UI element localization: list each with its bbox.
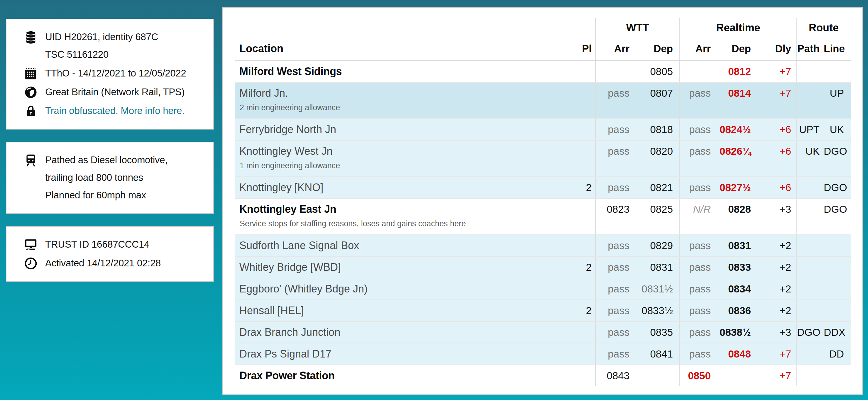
cell-line: DGO: [824, 199, 850, 234]
cell-line: UP: [824, 82, 850, 119]
location-name: Knottingley [KNO]: [239, 177, 569, 198]
table-row: Drax Power Station 0843 0850 +7: [235, 365, 851, 386]
cell-platform: [569, 322, 595, 343]
cell-rt-dep: 0826¼: [718, 141, 757, 176]
cell-wtt-dep: 0831: [637, 257, 679, 278]
cell-rt-dep: 0828: [718, 199, 757, 234]
table-row: Ferrybridge North Jn pass 0818 pass 0824…: [235, 119, 851, 141]
cell-path: [797, 199, 824, 234]
cell-delay: +2: [757, 235, 797, 256]
cell-platform: [569, 119, 595, 140]
cell-platform: [569, 343, 595, 365]
sidebar: UID H20261, identity 687C TSC 51161220: [0, 0, 222, 400]
tsc-text: TSC 51161220: [45, 46, 158, 63]
planned-speed-text: Planned for 60mph max: [45, 187, 167, 204]
trust-card: TRUST ID 16687CCC14 Activated 14/12/2021…: [6, 226, 214, 282]
cell-location: Knottingley West Jn 1 min engineering al…: [235, 141, 569, 176]
cell-wtt-arr: pass: [595, 235, 637, 256]
header-wtt-arr: Arr: [595, 38, 637, 60]
table-row: Whitley Bridge [WBD] 2 pass 0831 pass 08…: [235, 257, 851, 278]
timetable-body: Milford West Sidings 0805 0812 +7 Milfor…: [235, 61, 851, 386]
location-note: 2 min engineering allowance: [239, 103, 569, 119]
cell-rt-dep: 0831: [718, 235, 757, 256]
globe-icon: [24, 86, 38, 99]
cell-rt-arr: [679, 61, 718, 82]
cell-location: Knottingley East Jn Service stops for st…: [235, 199, 569, 234]
cell-line: [824, 300, 850, 321]
location-name: Ferrybridge North Jn: [239, 119, 569, 140]
train-obfuscated-link[interactable]: Train obfuscated. More info here.: [45, 102, 185, 120]
cell-rt-dep: 0833: [718, 257, 757, 278]
location-name: Knottingley West Jn: [239, 141, 569, 162]
header-group-route: Route: [797, 18, 850, 38]
cell-path: [797, 82, 824, 119]
cell-line: [824, 365, 850, 386]
header-platform: Pl: [569, 38, 595, 60]
desktop-icon: [24, 238, 38, 252]
header-wtt-dep: Dep: [637, 38, 679, 60]
header-spacer: [235, 18, 595, 38]
cell-wtt-dep: 0805: [637, 61, 679, 82]
location-note: Service stops for staffing reasons, lose…: [239, 219, 569, 234]
cell-path: [797, 235, 824, 256]
cell-wtt-dep: 0818: [637, 119, 679, 140]
cell-rt-arr: pass: [679, 343, 718, 365]
table-row: Drax Ps Signal D17 pass 0841 pass 0848 +…: [235, 343, 851, 365]
cell-platform: 2: [569, 257, 595, 278]
cell-location: Hensall [HEL]: [235, 300, 569, 321]
cell-location: Whitley Bridge [WBD]: [235, 257, 569, 278]
calendar-icon: [24, 67, 38, 80]
table-row: Drax Branch Junction pass 0835 pass 0838…: [235, 322, 851, 343]
location-name: Drax Power Station: [239, 365, 569, 386]
uid-identity-text: UID H20261, identity 687C: [45, 28, 158, 46]
location-name: Drax Branch Junction: [239, 322, 569, 343]
cell-path: DGO: [797, 322, 824, 343]
cell-wtt-arr: pass: [595, 300, 637, 321]
uid-entry: UID H20261, identity 687C TSC 51161220: [24, 28, 206, 63]
cell-location: Drax Ps Signal D17: [235, 343, 569, 365]
runs-dates-entry: TThO - 14/12/2021 to 12/05/2022: [24, 64, 206, 82]
cell-wtt-dep: 0841: [637, 343, 679, 365]
table-row: Knottingley [KNO] 2 pass 0821 pass 0827½…: [235, 177, 851, 199]
cell-rt-dep: 0827½: [718, 177, 757, 198]
cell-wtt-dep: 0831½: [637, 278, 679, 299]
cell-rt-dep: 0834: [718, 278, 757, 299]
cell-rt-dep: [718, 365, 757, 386]
cell-wtt-arr: pass: [595, 82, 637, 119]
cell-wtt-dep: 0807: [637, 82, 679, 119]
cell-location: Ferrybridge North Jn: [235, 119, 569, 140]
header-path: Path: [797, 38, 824, 60]
cell-location: Eggboro' (Whitley Bdge Jn): [235, 278, 569, 299]
cell-delay: +6: [757, 177, 797, 198]
cell-rt-arr: pass: [679, 278, 718, 299]
cell-location: Drax Branch Junction: [235, 322, 569, 343]
header-rt-arr: Arr: [679, 38, 718, 60]
cell-line: DD: [824, 343, 850, 365]
cell-platform: [569, 365, 595, 386]
cell-path: [797, 257, 824, 278]
clock-icon: [24, 257, 38, 270]
header-group-wtt: WTT: [595, 18, 679, 38]
timetable: WTT Realtime Route Location Pl Arr Dep A…: [235, 18, 851, 386]
cell-wtt-arr: pass: [595, 119, 637, 140]
cell-rt-dep: 0836: [718, 300, 757, 321]
cell-rt-arr: pass: [679, 82, 718, 119]
table-row: Milford Jn. 2 min engineering allowance …: [235, 82, 851, 119]
cell-delay: +2: [757, 278, 797, 299]
timetable-dates-text: TThO - 14/12/2021 to 12/05/2022: [45, 64, 186, 82]
cell-line: [824, 61, 850, 82]
cell-rt-arr: pass: [679, 235, 718, 256]
cell-platform: [569, 199, 595, 234]
location-name: Whitley Bridge [WBD]: [239, 257, 569, 278]
table-header-groups: WTT Realtime Route: [235, 18, 851, 38]
location-name: Drax Ps Signal D17: [239, 343, 569, 365]
cell-rt-arr: pass: [679, 119, 718, 140]
database-icon: [24, 31, 38, 44]
cell-location: Drax Power Station: [235, 365, 569, 386]
trust-id-entry: TRUST ID 16687CCC14: [24, 236, 206, 253]
cell-line: [824, 257, 850, 278]
table-header-labels: Location Pl Arr Dep Arr Dep Dly Path Lin…: [235, 38, 851, 61]
cell-delay: +7: [757, 343, 797, 365]
network-text: Great Britain (Network Rail, TPS): [45, 83, 185, 101]
location-name: Knottingley East Jn: [239, 199, 569, 220]
